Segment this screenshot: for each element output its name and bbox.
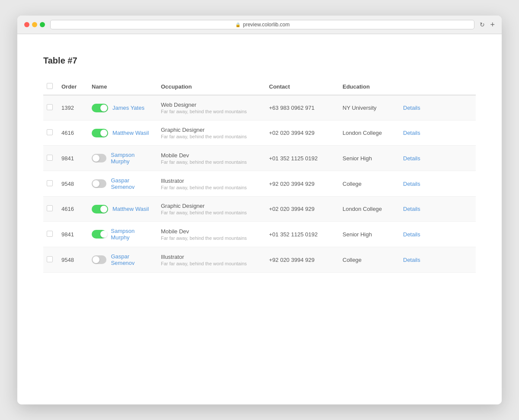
row-checkbox-cell (43, 95, 56, 121)
row-checkbox[interactable] (47, 129, 53, 135)
row-name-link[interactable]: Sampson Murphy (111, 152, 151, 165)
occupation-sub: Far far away, behind the word mountains (161, 134, 259, 139)
header-contact: Contact (264, 79, 337, 95)
reload-button[interactable]: ↻ (480, 21, 485, 28)
occupation-main: Graphic Designer (161, 203, 259, 209)
row-education: College (337, 171, 398, 197)
row-order: 4616 (56, 121, 86, 146)
table-row: 9841Sampson MurphyMobile DevFar far away… (43, 146, 476, 171)
occupation-sub: Far far away, behind the word mountains (161, 159, 259, 165)
table-row: 4616Matthew WasilGraphic DesignerFar far… (43, 121, 476, 146)
browser-toolbar: 🔒 preview.colorlib.com ↻ + (17, 16, 502, 34)
row-checkbox[interactable] (47, 231, 53, 237)
occupation-main: Illustrator (161, 254, 259, 260)
row-toggle[interactable] (92, 205, 108, 213)
row-details-cell: Details (398, 146, 476, 171)
row-checkbox-cell (43, 121, 56, 146)
row-order: 4616 (56, 197, 86, 222)
toggle-knob (100, 130, 107, 137)
row-contact: +01 352 1125 0192 (264, 222, 337, 247)
row-checkbox-cell (43, 222, 56, 247)
row-name-cell: Gaspar Semenov (86, 171, 156, 197)
row-education: College (337, 247, 398, 273)
row-order: 9841 (56, 222, 86, 247)
table-row: 9841Sampson MurphyMobile DevFar far away… (43, 222, 476, 247)
occupation-main: Mobile Dev (161, 228, 259, 235)
occupation-sub: Far far away, behind the word mountains (161, 109, 259, 114)
row-name-cell: Matthew Wasil (86, 197, 156, 222)
new-tab-button[interactable]: + (490, 20, 495, 29)
row-checkbox[interactable] (47, 256, 53, 262)
row-order: 9548 (56, 247, 86, 273)
select-all-checkbox[interactable] (47, 83, 53, 89)
occupation-sub: Far far away, behind the word mountains (161, 261, 259, 266)
row-contact: +01 352 1125 0192 (264, 146, 337, 171)
row-details-cell: Details (398, 95, 476, 121)
row-checkbox[interactable] (47, 104, 53, 110)
maximize-button[interactable] (40, 22, 45, 27)
toggle-knob (100, 105, 107, 111)
row-occupation-cell: Web DesignerFar far away, behind the wor… (156, 95, 264, 121)
row-toggle[interactable] (92, 179, 106, 188)
row-order: 9841 (56, 146, 86, 171)
header-education: Education (337, 79, 398, 95)
toggle-knob (100, 206, 107, 213)
row-education: NY University (337, 95, 398, 121)
occupation-sub: Far far away, behind the word mountains (161, 210, 259, 215)
toggle-knob (93, 155, 99, 162)
toggle-knob (93, 256, 99, 263)
address-bar[interactable]: 🔒 preview.colorlib.com (50, 20, 474, 29)
row-checkbox-cell (43, 247, 56, 273)
row-checkbox-cell (43, 197, 56, 222)
row-name-link[interactable]: Gaspar Semenov (111, 177, 151, 190)
details-link[interactable]: Details (403, 231, 420, 238)
occupation-main: Mobile Dev (161, 152, 259, 159)
data-table: Order Name Occupation Contact Education … (43, 79, 476, 273)
row-name-link[interactable]: Matthew Wasil (112, 206, 149, 212)
header-occupation: Occupation (156, 79, 264, 95)
row-details-cell: Details (398, 247, 476, 273)
url-text: preview.colorlib.com (243, 22, 290, 28)
row-checkbox-cell (43, 171, 56, 197)
details-link[interactable]: Details (403, 206, 420, 212)
close-button[interactable] (24, 22, 29, 27)
row-toggle[interactable] (92, 104, 108, 112)
browser-content: Table #7 Order Name Occupation Contact E… (17, 34, 502, 404)
table-header-row: Order Name Occupation Contact Education (43, 79, 476, 95)
lock-icon: 🔒 (235, 22, 240, 27)
row-name-link[interactable]: James Yates (112, 105, 144, 111)
traffic-lights (24, 22, 45, 27)
row-occupation-cell: Mobile DevFar far away, behind the word … (156, 146, 264, 171)
row-checkbox[interactable] (47, 205, 53, 211)
details-link[interactable]: Details (403, 105, 420, 111)
row-checkbox[interactable] (47, 180, 53, 186)
header-order: Order (56, 79, 86, 95)
minimize-button[interactable] (32, 22, 37, 27)
details-link[interactable]: Details (403, 181, 420, 187)
header-actions (398, 79, 476, 95)
details-link[interactable]: Details (403, 155, 420, 162)
row-toggle[interactable] (92, 154, 106, 162)
row-name-link[interactable]: Matthew Wasil (112, 130, 149, 136)
row-details-cell: Details (398, 171, 476, 197)
row-toggle[interactable] (92, 255, 106, 264)
row-name-link[interactable]: Gaspar Semenov (111, 253, 151, 266)
row-name-link[interactable]: Sampson Murphy (111, 228, 151, 241)
row-occupation-cell: IllustratorFar far away, behind the word… (156, 247, 264, 273)
row-contact: +02 020 3994 929 (264, 197, 337, 222)
table-row: 9548Gaspar SemenovIllustratorFar far awa… (43, 247, 476, 273)
row-checkbox[interactable] (47, 155, 53, 161)
occupation-main: Illustrator (161, 178, 259, 184)
row-toggle[interactable] (92, 230, 106, 239)
row-contact: +92 020 3994 929 (264, 171, 337, 197)
row-education: Senior High (337, 222, 398, 247)
page-title: Table #7 (43, 56, 476, 66)
details-link[interactable]: Details (403, 257, 420, 263)
row-contact: +02 020 3994 929 (264, 121, 337, 146)
details-link[interactable]: Details (403, 130, 420, 136)
row-name-cell: Gaspar Semenov (86, 247, 156, 273)
row-education: Senior High (337, 146, 398, 171)
row-checkbox-cell (43, 146, 56, 171)
row-toggle[interactable] (92, 129, 108, 137)
row-order: 1392 (56, 95, 86, 121)
